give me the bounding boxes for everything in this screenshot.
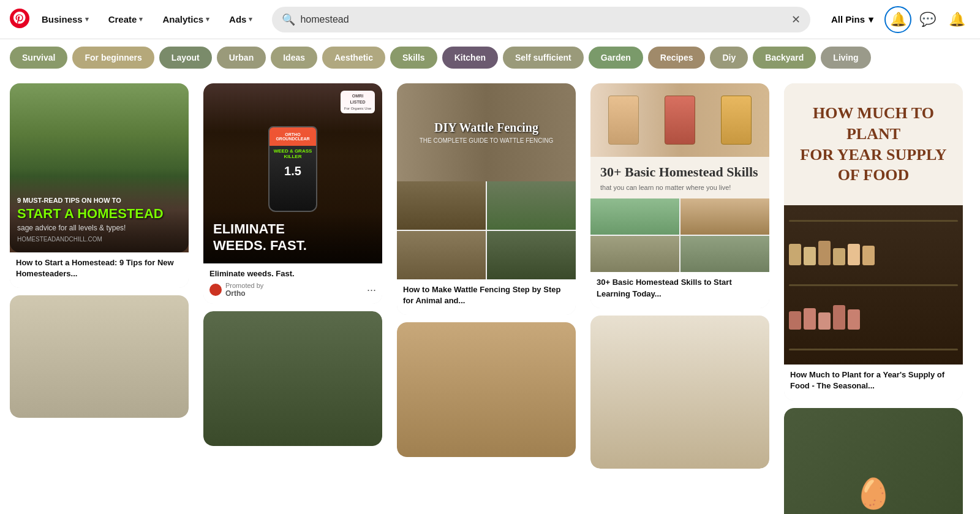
- pill-living[interactable]: Living: [821, 47, 870, 69]
- nav-ads[interactable]: Ads ▾: [222, 9, 260, 29]
- advertiser-avatar: [209, 284, 222, 296]
- chat-icon: 💬: [919, 12, 936, 28]
- card-overlay-sub: sage advice for all levels & types!: [17, 224, 181, 232]
- simple-card-img: [397, 322, 576, 457]
- notification-icon: 🔔: [949, 12, 965, 28]
- pins-grid: 9 MUST-READ TIPS ON HOW TO START A HOMES…: [0, 76, 980, 514]
- advertiser-name: Ortho: [225, 289, 263, 298]
- pill-aesthetic[interactable]: Aesthetic: [322, 47, 385, 69]
- nav-business-chevron: ▾: [85, 15, 89, 23]
- nav-create-label: Create: [108, 14, 137, 25]
- pill-recipes[interactable]: Recipes: [648, 47, 706, 69]
- pin-title: How to Start a Homestead: 9 Tips for New…: [16, 257, 183, 279]
- pill-ideas[interactable]: Ideas: [271, 47, 317, 69]
- pill-urban[interactable]: Urban: [217, 47, 266, 69]
- card-overlay-text: ELIMINATEWEEDS. FAST.: [213, 221, 372, 254]
- wattle-grid-cell-1: [397, 181, 486, 230]
- skills-grid-cell-1: [590, 198, 679, 235]
- pin-info: Eliminate weeds. Fast. Promoted by Ortho…: [203, 263, 382, 304]
- notification-icon-button[interactable]: 🔔: [943, 6, 970, 33]
- column-1: OMRILISTEDFor Organic Use ORTHOGROUNDCLE…: [203, 83, 382, 514]
- wattle-title: DIY Wattle Fencing: [420, 121, 554, 135]
- search-input[interactable]: [300, 14, 786, 25]
- pill-diy[interactable]: Diy: [710, 47, 748, 69]
- pantry-image: [784, 205, 963, 365]
- simple-card-img: [10, 295, 189, 418]
- header: Business ▾ Create ▾ Analytics ▾ Ads ▾ 🔍 …: [0, 0, 980, 39]
- nav-create-chevron: ▾: [139, 15, 143, 23]
- pill-backyard[interactable]: Backyard: [753, 47, 816, 69]
- card-overlay-top: 9 MUST-READ TIPS ON HOW TO: [17, 197, 181, 204]
- pill-for-beginners[interactable]: For beginners: [72, 47, 154, 69]
- column-2: DIY Wattle Fencing THE COMPLETE GUIDE TO…: [397, 83, 576, 514]
- pin-card-pantry[interactable]: 🥚: [784, 408, 963, 514]
- pin-title: 30+ Basic Homestead Skills to Start Lear…: [597, 277, 763, 299]
- card-overlay-main: START A HOMESTEAD: [17, 206, 181, 221]
- all-pins-chevron: ▾: [869, 14, 873, 25]
- pill-skills[interactable]: Skills: [390, 47, 437, 69]
- nav-ads-label: Ads: [229, 14, 246, 25]
- all-pins-label: All Pins: [831, 14, 865, 25]
- pill-garden[interactable]: Garden: [589, 47, 643, 69]
- pin-card-chickens[interactable]: [590, 316, 769, 469]
- skills-grid-cell-4: [680, 236, 769, 272]
- nav-analytics-label: Analytics: [162, 14, 203, 25]
- pin-card-chicken-coop[interactable]: [397, 322, 576, 457]
- nav-business-label: Business: [42, 14, 83, 25]
- pill-layout[interactable]: Layout: [159, 47, 212, 69]
- pill-kitchen[interactable]: Kitchen: [442, 47, 498, 69]
- pantry-card-img: 🥚: [784, 408, 963, 514]
- plant-text-area: HOW MUCH tO PlAnTFOR YEAR SuppLYOf FOOD: [784, 83, 963, 205]
- pin-card-homestead-skills[interactable]: 30+ Basic Homestead Skills that you can …: [590, 83, 769, 308]
- nav-create[interactable]: Create ▾: [101, 9, 151, 29]
- bell-icon-button[interactable]: 🔔: [884, 6, 911, 33]
- pill-survival[interactable]: Survival: [10, 47, 67, 69]
- pin-info: How to Start a Homestead: 9 Tips for New…: [10, 252, 189, 288]
- pin-card-ortho-weeds[interactable]: OMRILISTEDFor Organic Use ORTHOGROUNDCLE…: [203, 83, 382, 304]
- pin-card-start-homestead[interactable]: 9 MUST-READ TIPS ON HOW TO START A HOMES…: [10, 83, 189, 288]
- pill-self-sufficient[interactable]: Self sufficient: [503, 47, 584, 69]
- pin-title: Eliminate weeds. Fast.: [209, 268, 376, 279]
- wattle-grid-cell-4: [487, 231, 576, 279]
- bell-icon: 🔔: [890, 12, 907, 28]
- pin-info: How Much to Plant for a Year's Supply of…: [784, 365, 963, 400]
- pin-title: How to Make Wattle Fencing Step by Step …: [403, 284, 570, 306]
- pin-card-wattle-fencing[interactable]: DIY Wattle Fencing THE COMPLETE GUIDE TO…: [397, 83, 576, 315]
- pin-card-bees[interactable]: [203, 311, 382, 446]
- column-0: 9 MUST-READ TIPS ON HOW TO START A HOMES…: [10, 83, 189, 514]
- promoted-by-label: Promoted by: [225, 282, 263, 289]
- simple-card-img: [203, 311, 382, 446]
- pin-card-chair[interactable]: [10, 295, 189, 418]
- search-bar: 🔍 ✕: [272, 7, 810, 32]
- pills-bar: SurvivalFor beginnersLayoutUrbanIdeasAes…: [0, 39, 980, 76]
- search-clear-icon[interactable]: ✕: [791, 13, 801, 26]
- skills-grid-cell-3: [590, 236, 679, 272]
- pinterest-logo[interactable]: [10, 9, 29, 31]
- wattle-sub: THE COMPLETE GUIDE TO WATTLE FENCING: [420, 137, 554, 144]
- skills-text: 30+ Basic Homestead Skills that you can …: [590, 157, 769, 198]
- chat-icon-button[interactable]: 💬: [914, 6, 941, 33]
- column-4: HOW MUCH tO PlAnTFOR YEAR SuppLYOf FOOD: [784, 83, 963, 514]
- pin-options-dots[interactable]: ···: [367, 284, 376, 297]
- all-pins-button[interactable]: All Pins ▾: [823, 9, 882, 30]
- column-3: 30+ Basic Homestead Skills that you can …: [590, 83, 769, 514]
- pin-card-plant-for-year[interactable]: HOW MUCH tO PlAnTFOR YEAR SuppLYOf FOOD: [784, 83, 963, 401]
- header-right: All Pins ▾ 🔔 💬 🔔: [823, 6, 970, 33]
- pin-sub: Promoted by Ortho ···: [209, 282, 376, 298]
- search-icon: 🔍: [282, 13, 295, 26]
- pin-info: 30+ Basic Homestead Skills to Start Lear…: [590, 272, 769, 308]
- card-source: HOMESTEADANDCHILL.COM: [17, 236, 181, 243]
- nav-business[interactable]: Business ▾: [34, 9, 96, 29]
- wattle-grid-cell-2: [487, 181, 576, 230]
- nav-analytics[interactable]: Analytics ▾: [155, 9, 217, 29]
- nav-analytics-chevron: ▾: [206, 15, 209, 23]
- pin-title: How Much to Plant for a Year's Supply of…: [790, 369, 957, 391]
- simple-card-img: [590, 316, 769, 469]
- plant-heading: HOW MUCH tO PlAnTFOR YEAR SuppLYOf FOOD: [799, 103, 948, 186]
- skills-grid-cell-2: [680, 198, 769, 235]
- pin-info: How to Make Wattle Fencing Step by Step …: [397, 279, 576, 315]
- wattle-grid-cell-3: [397, 231, 486, 279]
- nav-ads-chevron: ▾: [249, 15, 252, 23]
